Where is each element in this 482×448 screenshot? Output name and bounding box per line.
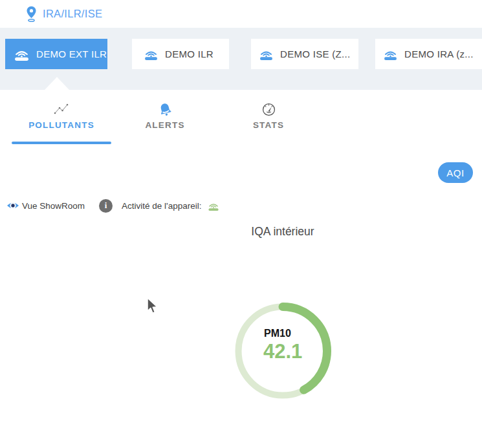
mouse-cursor xyxy=(146,297,159,317)
tab-stats[interactable]: STATS xyxy=(217,90,320,144)
active-tab-underline xyxy=(12,142,111,144)
location-pin-icon xyxy=(25,5,38,23)
tab-label: POLLUTANTS xyxy=(28,120,94,130)
device-router-icon xyxy=(144,48,159,60)
line-chart-icon xyxy=(53,99,70,120)
gauge-pollutant-label: PM10 xyxy=(264,328,291,339)
device-tab-label: DEMO IRA (z... xyxy=(404,48,474,59)
device-tab-label: DEMO ISE (Z... xyxy=(280,48,350,59)
gauge-icon xyxy=(261,99,276,120)
gauge-value: 42.1 xyxy=(263,341,302,361)
info-icon[interactable]: i xyxy=(99,199,113,213)
location-breadcrumb[interactable]: IRA/ILR/ISE xyxy=(43,8,102,20)
device-tab-label: DEMO ILR xyxy=(165,48,214,59)
eye-icon[interactable] xyxy=(6,199,19,212)
chart-title: IQA intérieur xyxy=(251,225,314,239)
tab-alerts[interactable]: ALERTS xyxy=(113,90,217,144)
aqi-gauge: PM10 42.1 xyxy=(231,299,334,403)
device-tab-demo-ilr[interactable]: DEMO ILR xyxy=(132,39,229,69)
tab-label: STATS xyxy=(253,120,284,130)
device-tab-label: DEMO EXT ILR xyxy=(36,48,107,59)
app-header: IRA/ILR/ISE xyxy=(0,0,482,28)
device-tab-demo-ise[interactable]: DEMO ISE (Z... xyxy=(251,39,358,69)
showroom-label: Vue ShowRoom xyxy=(22,201,85,211)
device-activity-label: Activité de l'appareil: xyxy=(122,201,201,211)
aqi-button[interactable]: AQI xyxy=(438,162,473,183)
device-activity-status-icon xyxy=(208,201,219,211)
selected-tab-pointer xyxy=(45,77,69,90)
bell-icon xyxy=(157,99,173,120)
tab-pollutants[interactable]: POLLUTANTS xyxy=(10,90,113,144)
device-bar: DEMO EXT ILR DEMO ILR DEMO ISE (Z... xyxy=(0,28,482,90)
device-router-icon xyxy=(14,47,30,61)
section-nav: POLLUTANTS ALERTS xyxy=(0,90,482,144)
tab-label: ALERTS xyxy=(145,120,184,130)
meta-row: Vue ShowRoom i Activité de l'appareil: xyxy=(6,198,219,213)
device-router-icon xyxy=(383,48,398,60)
device-router-icon xyxy=(259,48,274,60)
device-tab-demo-ira[interactable]: DEMO IRA (z... xyxy=(375,39,482,69)
device-tab-demo-ext-ilr[interactable]: DEMO EXT ILR xyxy=(5,39,107,69)
